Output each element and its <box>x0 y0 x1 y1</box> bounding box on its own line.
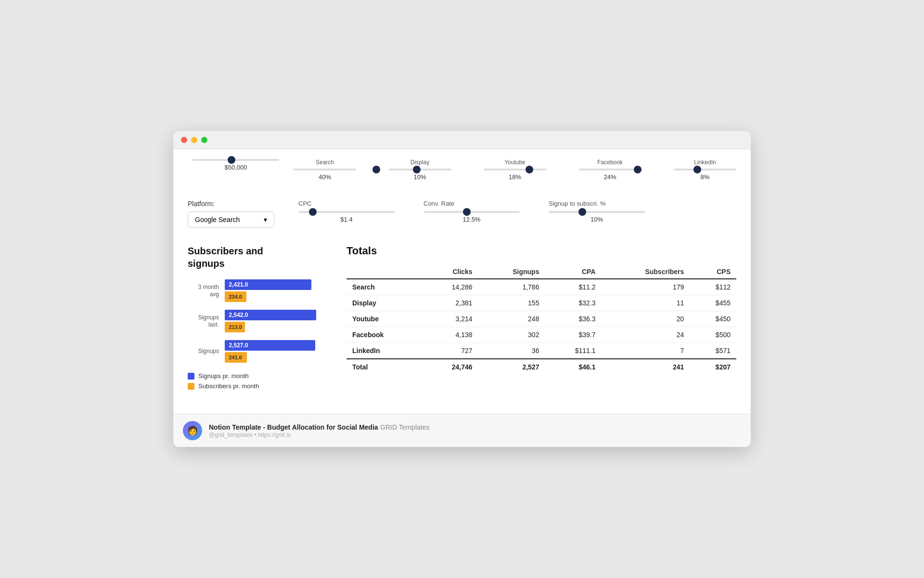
bars-stack: 2,421.0 234.0 <box>225 279 311 302</box>
data-cell: 24 <box>602 327 690 343</box>
data-cell: $500 <box>690 327 736 343</box>
orange-bar-row: 234.0 <box>225 291 311 302</box>
metric-dot[interactable] <box>578 208 586 216</box>
titlebar <box>173 131 751 149</box>
slider-dot[interactable] <box>634 166 642 173</box>
metric-slider[interactable]: $1.4 <box>298 211 395 223</box>
metric-slider[interactable]: 10% <box>549 211 645 223</box>
channel-slider-youtube[interactable]: 18% <box>484 169 546 181</box>
channel-slider-search[interactable]: 40% <box>294 169 356 181</box>
data-cell: 7 <box>602 343 690 359</box>
platform-cell: Display <box>346 295 422 311</box>
col-header-cpa: CPA <box>545 265 601 279</box>
data-cell: 302 <box>478 327 545 343</box>
data-cell: $571 <box>690 343 736 359</box>
bars-stack: 2,542.0 213.0 <box>225 310 316 332</box>
orange-bar-row: 213.0 <box>225 322 316 332</box>
table-total-row: Total24,7462,527$46.1241$207 <box>346 359 736 375</box>
footer-title-line: Notion Template - Budget Allocation for … <box>209 423 429 432</box>
bar-label: Signupslast. <box>188 314 219 328</box>
blue-bar: 2,527.0 <box>225 340 315 351</box>
metric-track <box>549 211 645 213</box>
data-cell: $46.1 <box>545 359 601 375</box>
budget-slider[interactable]: $50,000 <box>188 159 284 171</box>
totals-title: Totals <box>346 245 736 257</box>
data-cell: $455 <box>690 295 736 311</box>
slider-track <box>484 169 546 171</box>
bars-area: 3 monthavg 2,421.0 234.0 Signupslast. 2,… <box>188 279 332 363</box>
platform-cell: Search <box>346 279 422 295</box>
metric-value: $1.4 <box>340 216 352 223</box>
channels-block: Search 40% Display 10% Youtube 18% Faceb… <box>294 159 736 181</box>
slider-dot[interactable] <box>372 166 380 173</box>
slider-track <box>579 169 642 171</box>
channel-value: 24% <box>603 173 616 181</box>
data-cell: 2,527 <box>478 359 545 375</box>
col-header-subscribers: Subscribers <box>602 265 690 279</box>
table-row: Search14,2861,786$11.2179$112 <box>346 279 736 295</box>
channel-value: 8% <box>701 173 710 181</box>
channel-item-linkedin: LinkedIn 8% <box>674 159 736 181</box>
channel-item-facebook: Facebook 24% <box>579 159 642 181</box>
platform-block: Platform: Google Search ▾ <box>188 200 284 228</box>
data-cell: $450 <box>690 311 736 327</box>
platform-cell: Youtube <box>346 311 422 327</box>
channel-value: 40% <box>319 173 331 181</box>
data-cell: 2,381 <box>422 295 478 311</box>
metric-label: CPC <box>298 200 311 207</box>
close-button[interactable] <box>181 137 187 143</box>
metric-value: 10% <box>590 216 603 223</box>
chart-title: Subscribers and signups <box>188 245 332 270</box>
footer-doc-title: Notion Template - Budget Allocation for … <box>209 423 378 431</box>
legend-color-dot <box>188 383 194 390</box>
blue-bar-row: 2,527.0 <box>225 340 315 351</box>
channel-label: Search <box>316 159 334 166</box>
data-cell: 4,138 <box>422 327 478 343</box>
totals-section: Totals ClicksSignupsCPASubscribersCPS Se… <box>346 245 736 375</box>
blue-bar-row: 2,421.0 <box>225 279 311 290</box>
data-cell: $207 <box>690 359 736 375</box>
data-cell: $111.1 <box>545 343 601 359</box>
bar-label: 3 monthavg <box>188 284 219 298</box>
minimize-button[interactable] <box>191 137 197 143</box>
col-header- <box>346 265 422 279</box>
maximize-button[interactable] <box>201 137 207 143</box>
channel-slider-display[interactable]: 10% <box>389 169 451 181</box>
bar-group: Signupslast. 2,542.0 213.0 <box>188 310 332 332</box>
chart-section: Subscribers and signups 3 monthavg 2,421… <box>188 245 332 390</box>
slider-dot[interactable] <box>413 166 421 173</box>
budget-track <box>192 159 279 161</box>
footer-brand: GRID Templates <box>380 423 429 431</box>
table-row: Youtube3,214248$36.320$450 <box>346 311 736 327</box>
channel-item-display: Display 10% <box>389 159 451 181</box>
blue-bar: 2,421.0 <box>225 279 311 290</box>
table-row: Facebook4,138302$39.724$500 <box>346 327 736 343</box>
orange-bar: 234.0 <box>225 291 246 302</box>
platform-cell: Facebook <box>346 327 422 343</box>
legend-item: Subscribers pr. month <box>188 382 332 390</box>
data-cell: 20 <box>602 311 690 327</box>
channel-label: Youtube <box>504 159 526 166</box>
data-cell: $36.3 <box>545 311 601 327</box>
metric-block-conv.-rate: Conv. Rate 12.5% <box>424 200 520 223</box>
metric-slider[interactable]: 12.5% <box>424 211 520 223</box>
budget-dot[interactable] <box>228 156 235 164</box>
platform-dropdown[interactable]: Google Search ▾ <box>188 211 274 228</box>
data-cell: 36 <box>478 343 545 359</box>
metric-dot[interactable] <box>309 208 317 216</box>
slider-dot[interactable] <box>526 166 533 173</box>
channel-label: Display <box>411 159 429 166</box>
channel-slider-facebook[interactable]: 24% <box>579 169 642 181</box>
slider-dot[interactable] <box>693 166 701 173</box>
metric-label: Signup to subscri. % <box>549 200 606 207</box>
platform-selected-value: Google Search <box>195 216 240 223</box>
col-header-cps: CPS <box>690 265 736 279</box>
metric-dot[interactable] <box>463 208 471 216</box>
channel-slider-linkedin[interactable]: 8% <box>674 169 736 181</box>
data-cell: 3,214 <box>422 311 478 327</box>
channel-value: 10% <box>413 173 426 181</box>
data-cell: 155 <box>478 295 545 311</box>
data-cell: 727 <box>422 343 478 359</box>
orange-bar: 213.0 <box>225 322 245 332</box>
platform-label: Platform: <box>188 200 284 208</box>
